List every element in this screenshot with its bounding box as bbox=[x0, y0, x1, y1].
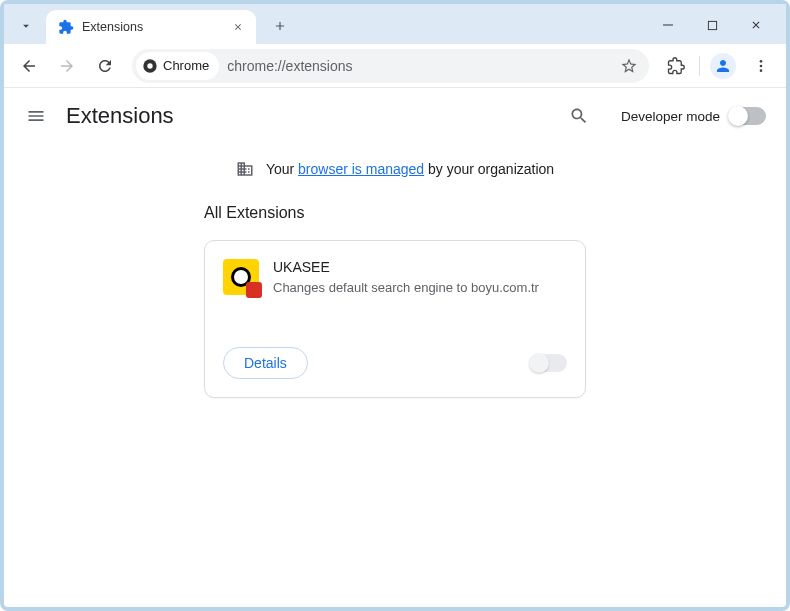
browser-tab[interactable]: Extensions bbox=[46, 10, 256, 44]
svg-rect-1 bbox=[708, 21, 716, 29]
tab-strip: Extensions bbox=[4, 4, 786, 44]
person-icon bbox=[714, 57, 732, 75]
plus-icon bbox=[273, 19, 287, 33]
maximize-icon bbox=[707, 20, 718, 31]
close-icon bbox=[750, 19, 762, 31]
extension-icon bbox=[58, 19, 74, 35]
close-icon bbox=[233, 22, 243, 32]
kebab-icon bbox=[753, 58, 769, 74]
bookmark-button[interactable] bbox=[617, 54, 641, 78]
tab-search-button[interactable] bbox=[12, 12, 40, 40]
building-icon bbox=[236, 160, 254, 178]
extension-footer: Details bbox=[223, 347, 567, 379]
divider bbox=[699, 56, 700, 76]
arrow-left-icon bbox=[20, 57, 38, 75]
url-text: chrome://extensions bbox=[227, 58, 609, 74]
extension-header: UKASEE Changes default search engine to … bbox=[223, 259, 567, 297]
svg-point-3 bbox=[147, 63, 152, 68]
minimize-icon bbox=[662, 19, 674, 31]
developer-mode-label: Developer mode bbox=[621, 109, 720, 124]
managed-banner: Your browser is managed by your organiza… bbox=[4, 144, 786, 194]
extension-card: UKASEE Changes default search engine to … bbox=[204, 240, 586, 398]
back-button[interactable] bbox=[12, 49, 46, 83]
extension-info: UKASEE Changes default search engine to … bbox=[273, 259, 567, 297]
svg-point-5 bbox=[760, 64, 763, 67]
search-button[interactable] bbox=[567, 104, 591, 128]
close-window-button[interactable] bbox=[734, 10, 778, 40]
menu-button[interactable] bbox=[744, 49, 778, 83]
svg-point-4 bbox=[760, 60, 763, 63]
browser-window: Extensions Chrome chrome://extensions bbox=[0, 0, 790, 611]
puzzle-icon bbox=[667, 57, 685, 75]
new-tab-button[interactable] bbox=[266, 12, 294, 40]
extension-name: UKASEE bbox=[273, 259, 567, 275]
hamburger-icon bbox=[26, 106, 46, 126]
extension-toggle[interactable] bbox=[531, 354, 567, 372]
toolbar: Chrome chrome://extensions bbox=[4, 44, 786, 88]
tab-title: Extensions bbox=[82, 20, 222, 34]
profile-button[interactable] bbox=[706, 49, 740, 83]
search-icon bbox=[569, 106, 589, 126]
section-title: All Extensions bbox=[204, 204, 586, 222]
content-area: All Extensions UKASEE Changes default se… bbox=[4, 194, 786, 398]
svg-point-6 bbox=[760, 69, 763, 72]
extension-icon bbox=[223, 259, 259, 295]
extensions-button[interactable] bbox=[659, 49, 693, 83]
svg-rect-0 bbox=[663, 25, 673, 26]
minimize-button[interactable] bbox=[646, 10, 690, 40]
managed-text: Your browser is managed by your organiza… bbox=[266, 161, 554, 177]
reload-button[interactable] bbox=[88, 49, 122, 83]
reload-icon bbox=[96, 57, 114, 75]
chrome-chip-label: Chrome bbox=[163, 58, 209, 73]
extension-description: Changes default search engine to boyu.co… bbox=[273, 279, 567, 297]
developer-mode-toggle[interactable] bbox=[730, 107, 766, 125]
hamburger-button[interactable] bbox=[24, 104, 48, 128]
managed-link[interactable]: browser is managed bbox=[298, 161, 424, 177]
page-title: Extensions bbox=[66, 103, 549, 129]
window-controls bbox=[646, 10, 778, 40]
star-icon bbox=[620, 57, 638, 75]
tab-close-button[interactable] bbox=[230, 19, 246, 35]
arrow-right-icon bbox=[58, 57, 76, 75]
chrome-icon bbox=[142, 58, 158, 74]
chrome-chip[interactable]: Chrome bbox=[136, 52, 219, 80]
forward-button[interactable] bbox=[50, 49, 84, 83]
developer-mode: Developer mode bbox=[621, 107, 766, 125]
address-bar[interactable]: Chrome chrome://extensions bbox=[132, 49, 649, 83]
chevron-down-icon bbox=[19, 19, 33, 33]
page-header: Extensions Developer mode bbox=[4, 88, 786, 144]
maximize-button[interactable] bbox=[690, 10, 734, 40]
details-button[interactable]: Details bbox=[223, 347, 308, 379]
